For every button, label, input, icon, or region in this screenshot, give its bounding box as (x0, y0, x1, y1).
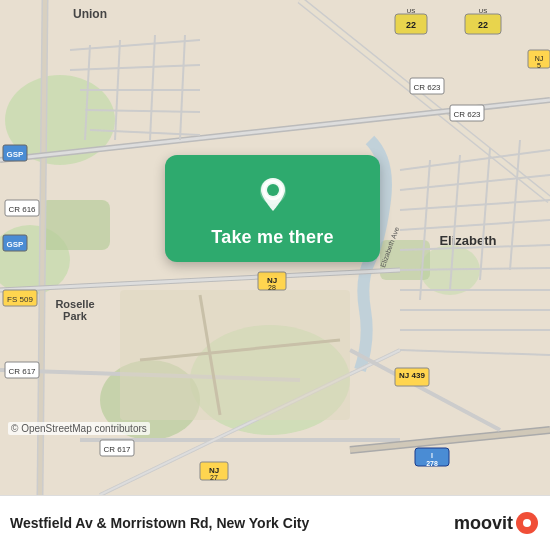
svg-text:CR 623: CR 623 (413, 83, 441, 92)
svg-text:NJ: NJ (535, 55, 544, 62)
svg-text:Roselle: Roselle (55, 298, 94, 310)
svg-text:278: 278 (426, 460, 438, 467)
attribution-text: © OpenStreetMap contributors (8, 422, 150, 435)
svg-text:GSP: GSP (7, 150, 25, 159)
button-label: Take me there (211, 227, 333, 248)
location-info: Westfield Av & Morristown Rd, New York C… (10, 515, 309, 531)
svg-text:FS 509: FS 509 (7, 295, 33, 304)
svg-point-91 (267, 184, 279, 196)
svg-text:CR 617: CR 617 (8, 367, 36, 376)
svg-text:CR 623: CR 623 (453, 110, 481, 119)
moovit-logo: moovit (454, 512, 538, 534)
svg-text:5: 5 (537, 62, 541, 69)
svg-text:Elizabeth: Elizabeth (439, 233, 496, 248)
svg-text:Park: Park (63, 310, 88, 322)
bottom-bar: Westfield Av & Morristown Rd, New York C… (0, 495, 550, 550)
moovit-logo-dot-inner (523, 519, 531, 527)
take-me-there-button[interactable]: Take me there (165, 155, 380, 262)
svg-text:22: 22 (406, 20, 416, 30)
svg-text:GSP: GSP (7, 240, 25, 249)
svg-text:CR 616: CR 616 (8, 205, 36, 214)
svg-text:US: US (479, 8, 487, 14)
svg-text:28: 28 (268, 284, 276, 291)
moovit-brand-text: moovit (454, 513, 513, 534)
location-name: Westfield Av & Morristown Rd, New York C… (10, 515, 309, 531)
svg-text:27: 27 (210, 474, 218, 481)
moovit-logo-dot (516, 512, 538, 534)
svg-text:22: 22 (478, 20, 488, 30)
map-container: 22 US 22 US GSP GSP CR 616 CR 623 CR 623… (0, 0, 550, 495)
location-pin-icon (251, 173, 295, 217)
svg-text:Union: Union (73, 7, 107, 21)
svg-text:US: US (407, 8, 415, 14)
svg-text:I: I (431, 452, 433, 459)
svg-rect-23 (120, 290, 350, 420)
svg-rect-3 (40, 200, 110, 250)
svg-text:NJ 439: NJ 439 (399, 371, 425, 380)
svg-text:CR 617: CR 617 (103, 445, 131, 454)
